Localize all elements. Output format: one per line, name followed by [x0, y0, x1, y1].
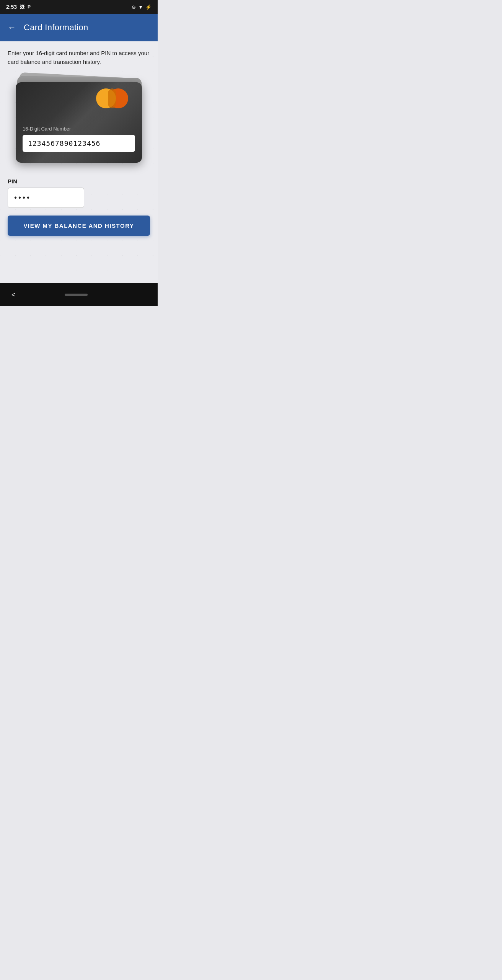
card-number-label: 16-Digit Card Number	[23, 126, 135, 132]
bottom-nav: <	[0, 283, 158, 306]
card-number-display: 1234567890123456	[23, 135, 135, 152]
pin-label: PIN	[8, 178, 150, 185]
page-title: Card Information	[24, 23, 88, 33]
nav-back-button[interactable]: <	[11, 291, 16, 299]
status-left: 2:53 🖼 P	[6, 4, 31, 10]
pin-section: PIN	[8, 178, 150, 208]
parking-icon: P	[28, 4, 31, 10]
image-icon: 🖼	[20, 4, 24, 10]
pin-input[interactable]	[8, 188, 84, 208]
mastercard-overlap	[108, 88, 116, 108]
description-text: Enter your 16-digit card number and PIN …	[8, 49, 150, 66]
battery-icon: ⚡	[145, 4, 152, 10]
home-indicator[interactable]	[65, 294, 88, 296]
do-not-disturb-icon: ⊖	[132, 4, 136, 10]
status-bar: 2:53 🖼 P ⊖ ▼ ⚡	[0, 0, 158, 14]
app-header: ← Card Information	[0, 14, 158, 41]
mastercard-logo	[96, 88, 136, 108]
view-balance-button[interactable]: VIEW MY BALANCE AND HISTORY	[8, 216, 150, 236]
wifi-icon: ▼	[138, 4, 143, 10]
card-visual: 16-Digit Card Number 1234567890123456	[14, 75, 144, 167]
status-right: ⊖ ▼ ⚡	[132, 4, 152, 10]
status-time: 2:53	[6, 4, 17, 10]
credit-card: 16-Digit Card Number 1234567890123456	[16, 82, 142, 163]
main-content: Enter your 16-digit card number and PIN …	[0, 41, 158, 283]
back-button[interactable]: ←	[8, 23, 16, 33]
card-number-area: 16-Digit Card Number 1234567890123456	[23, 126, 135, 152]
